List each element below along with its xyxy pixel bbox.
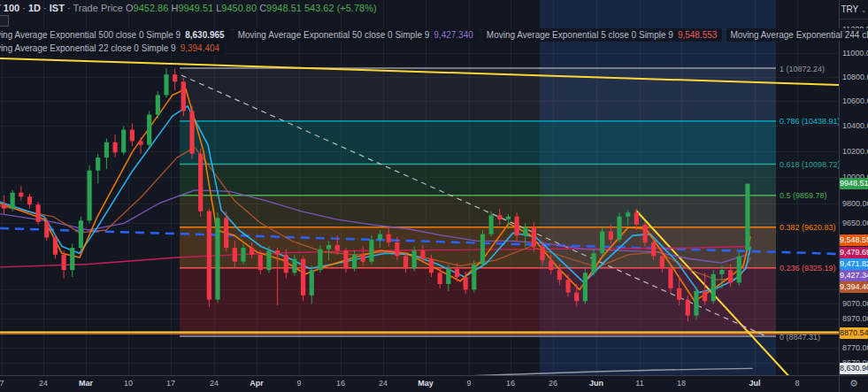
indicator-legend-item[interactable]: Moving Average Exponential 50 close 0 Si… (234, 28, 479, 42)
price-tick-label: 9650.00 (842, 219, 868, 227)
price-tick-label: 8970.00 (842, 314, 868, 323)
fib-level-label: 0.618 (10098.72) (780, 160, 841, 169)
indicator-legend-row-2: Moving Average Exponential 22 close 0 Si… (0, 39, 229, 55)
indicator-legend-item[interactable]: Moving Average Exponential 5 close 0 Sim… (483, 28, 723, 42)
candle[interactable] (207, 209, 211, 307)
candle[interactable] (583, 269, 588, 304)
candle[interactable] (600, 227, 604, 256)
price-axis[interactable]: TRY ⌄ 11200.0011000.0010800.0010600.0010… (839, 0, 868, 376)
time-tick-label: 26 (549, 379, 557, 388)
time-tick-label: 24 (210, 379, 219, 388)
fib-band (180, 165, 776, 196)
price-tick-label: 10400.00 (842, 121, 868, 130)
price-label-chip: 8870.54 (840, 327, 868, 339)
open-label: O (126, 3, 134, 13)
time-tick-label: 16 (336, 379, 345, 388)
fib-level-label: 0.382 (9620.83) (780, 223, 836, 232)
price-label-chip: 8,630.965 (840, 363, 868, 374)
indicator-legend-item[interactable]: Moving Average Exponential 22 close 0 Si… (0, 42, 225, 55)
indicator-value: 9,548.553 (678, 30, 718, 40)
time-tick-label: 18 (677, 379, 686, 388)
indicator-value: 9,427.340 (434, 30, 473, 40)
price-tick-label: 9800.00 (842, 199, 868, 208)
candle[interactable] (88, 165, 92, 224)
high-value: 9949.51 (178, 3, 213, 13)
gear-icon: ⚙ (849, 378, 858, 388)
price-chart[interactable]: 1 (10872.24)0.786 (10438.91)0.618 (10098… (0, 0, 868, 392)
time-tick-label: 9 (296, 379, 301, 388)
candle[interactable] (480, 230, 485, 267)
close-value: 9948.51 (266, 3, 302, 13)
indicator-label: Moving Average Exponential 22 close 0 Si… (0, 43, 176, 53)
time-tick-label: Jul (749, 379, 760, 388)
candle[interactable] (79, 217, 83, 250)
candle[interactable] (181, 78, 186, 116)
indicator-label: Moving Average Exponential 244 close 0 S… (730, 30, 868, 40)
symbol-header-row[interactable]: T 100 · 1D · IST · Trade Price O9452.86 … (0, 3, 377, 13)
candle[interactable] (156, 91, 160, 119)
candle[interactable] (318, 245, 322, 273)
price-label-chip: 9,479.698 (840, 247, 868, 258)
currency-selector[interactable]: TRY ⌄ (840, 0, 868, 19)
price-tick-label: 10200.00 (842, 147, 868, 156)
trading-chart-window: 1 (10872.24)0.786 (10438.91)0.618 (10098… (0, 0, 868, 392)
axis-settings-button[interactable]: ⚙ (839, 375, 868, 392)
indicator-label: Moving Average Exponential 5 close 0 Sim… (487, 30, 673, 40)
price-label-chip: 9948.51 (840, 178, 868, 189)
price-label-chip: 9,427.340 (840, 270, 868, 281)
price-tick-label: 11000.00 (842, 49, 868, 58)
fib-level-label: 0.786 (10438.91) (780, 117, 841, 126)
time-tick-label: 17 (166, 379, 175, 388)
indicator-legend-item[interactable]: Moving Average Exponential 244 close 0 S… (726, 28, 868, 42)
candle[interactable] (198, 149, 203, 217)
chevron-down-icon: ⌄ (861, 6, 867, 14)
candle[interactable] (694, 287, 698, 319)
time-tick-label: May (418, 379, 434, 388)
fib-level-label: 1 (10872.24) (780, 65, 825, 73)
price-tick-label: 9070.00 (842, 299, 868, 308)
time-tick-label: 9 (466, 379, 471, 388)
price-tick-label: 10600.00 (842, 96, 868, 105)
candle[interactable] (301, 256, 305, 301)
change-value: 543.62 (+5.78%) (304, 3, 377, 13)
close-label: C (259, 3, 266, 13)
time-tick-label: Apr (250, 379, 264, 388)
open-value: 9452.86 (134, 3, 169, 13)
price-tick-label: 10800.00 (842, 73, 868, 81)
candle[interactable] (189, 106, 194, 159)
candle[interactable] (36, 202, 41, 225)
low-value: 9450.80 (221, 3, 257, 13)
time-tick-label: Jun (589, 379, 603, 388)
exchange-label[interactable]: IST (50, 3, 65, 13)
series-type-label: Trade Price (73, 3, 123, 13)
time-tick-label: 16 (506, 379, 515, 388)
time-axis[interactable]: 724Mar101724Apr91624May91626Jun1118Jul8 (0, 375, 840, 392)
price-label-chip: 9,548.553 (840, 234, 868, 246)
candle[interactable] (11, 190, 15, 211)
candle[interactable] (737, 252, 741, 286)
time-tick-label: 10 (124, 379, 133, 388)
candle[interactable] (711, 270, 716, 304)
candle[interactable] (121, 126, 126, 155)
symbol-name[interactable]: T 100 (0, 3, 19, 13)
price-tick-label: 8770.00 (842, 343, 868, 352)
candle[interactable] (369, 235, 373, 265)
indicator-label: Moving Average Exponential 50 close 0 Si… (238, 30, 430, 40)
time-tick-label: 8 (795, 379, 799, 388)
candle[interactable] (617, 212, 621, 242)
time-tick-label: Mar (79, 379, 93, 388)
price-label-chip: 9,471.826 (840, 258, 868, 270)
fib-band (180, 121, 776, 165)
candle[interactable] (147, 111, 151, 147)
interval-label[interactable]: 1D (28, 3, 41, 13)
fib-level-label: 0.236 (9325.19) (780, 264, 836, 273)
price-label-chip: 9,394.404 (840, 281, 868, 293)
time-tick-label: 24 (39, 379, 48, 388)
time-tick-label: 11 (635, 379, 643, 388)
candle[interactable] (215, 212, 219, 303)
currency-label: TRY (841, 4, 858, 14)
indicator-value: 9,394.404 (181, 43, 220, 53)
candle[interactable] (472, 260, 476, 292)
fib-band (180, 68, 776, 121)
candle[interactable] (745, 183, 749, 250)
